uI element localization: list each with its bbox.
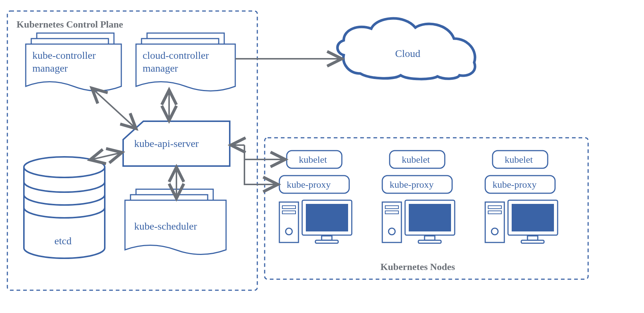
svg-rect-24 [521,240,544,243]
svg-rect-6 [306,204,348,231]
node-3-kubeproxy-label: kube-proxy [493,179,537,190]
kube-api-server: kube-api-server [123,121,230,166]
kube-controller-manager: kube-controller manager [26,33,121,91]
arrow-kcm-api [92,88,136,129]
kubernetes-architecture-diagram: Kubernetes Control Plane Kubernetes Node… [0,0,644,313]
cloud-controller-manager-label-1: cloud-controller [143,50,209,61]
etcd-label: etcd [54,235,72,247]
kube-scheduler: kube-scheduler [125,189,226,255]
cloud-label: Cloud [395,48,420,59]
node-2: kubelet kube-proxy [382,151,455,243]
kube-controller-manager-label-2: manager [32,62,68,74]
etcd-cylinder: etcd [24,157,105,258]
svg-rect-23 [527,236,538,240]
arrow-etcd-api [90,152,122,160]
node-3-kubelet-label: kubelet [505,154,533,165]
node-1-kubelet-label: kubelet [299,154,327,165]
node-1-kubeproxy-label: kube-proxy [287,179,331,190]
node-3: kubelet kube-proxy [485,151,558,243]
svg-rect-7 [322,236,332,240]
cloud-shape: Cloud [337,18,475,79]
svg-rect-15 [425,236,435,240]
svg-rect-14 [409,204,451,231]
svg-rect-22 [512,204,554,231]
control-plane-title: Kubernetes Control Plane [17,19,123,30]
svg-rect-8 [315,240,338,243]
arrow-api-kubeproxy [244,159,278,184]
node-2-kubeproxy-label: kube-proxy [390,179,434,190]
cloud-controller-manager-label-2: manager [143,62,178,74]
svg-rect-16 [418,240,441,243]
node-1-computer-icon [279,200,352,243]
node-2-kubelet-label: kubelet [402,154,430,165]
kube-scheduler-label: kube-scheduler [134,220,197,232]
kube-api-server-label: kube-api-server [134,138,199,149]
nodes-title: Kubernetes Nodes [380,262,455,272]
cloud-controller-manager: cloud-controller manager [136,33,235,91]
node-1: kubelet kube-proxy [279,151,352,243]
node-3-computer-icon [485,200,558,243]
node-2-computer-icon [382,200,455,243]
kube-controller-manager-label-1: kube-controller [32,50,96,61]
